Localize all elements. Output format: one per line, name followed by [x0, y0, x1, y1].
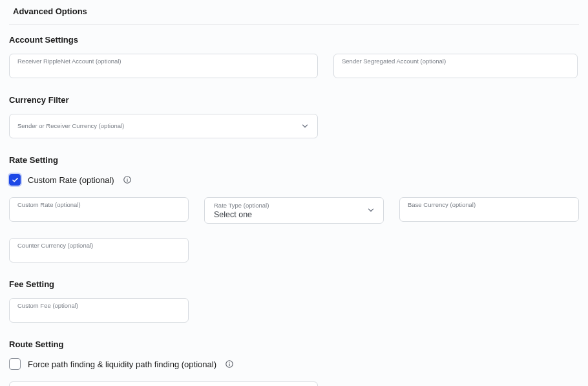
chevron-down-icon	[300, 122, 310, 131]
currency-filter-title: Currency Filter	[9, 95, 579, 105]
fee-setting-title: Fee Setting	[9, 279, 579, 289]
receiver-ripplenet-account-label: Receiver RippleNet Account (optional)	[17, 58, 310, 65]
quote-route-field[interactable]: Quote Route (optional)	[9, 381, 318, 386]
force-path-checkbox[interactable]	[9, 358, 21, 370]
base-currency-field[interactable]: Base Currency (optional)	[399, 197, 579, 222]
receiver-ripplenet-account-field[interactable]: Receiver RippleNet Account (optional)	[9, 54, 318, 78]
info-icon[interactable]	[225, 359, 234, 369]
custom-rate-checkbox-label: Custom Rate (optional)	[28, 175, 114, 185]
currency-filter-select[interactable]: Sender or Receiver Currency (optional)	[9, 114, 318, 138]
rate-setting-section: Rate Setting Custom Rate (optional) Cust…	[9, 155, 579, 263]
sender-segregated-account-field[interactable]: Sender Segregated Account (optional)	[333, 54, 578, 78]
rate-type-placeholder: Select one	[214, 210, 269, 219]
custom-fee-input[interactable]	[17, 310, 180, 319]
custom-rate-field[interactable]: Custom Rate (optional)	[9, 197, 189, 222]
page-title: Advanced Options	[9, 0, 579, 24]
route-setting-section: Route Setting Force path finding & liqui…	[9, 339, 579, 386]
custom-fee-label: Custom Fee (optional)	[17, 302, 180, 309]
divider	[9, 24, 579, 25]
custom-fee-field[interactable]: Custom Fee (optional)	[9, 298, 189, 323]
counter-currency-label: Counter Currency (optional)	[17, 242, 180, 249]
fee-setting-section: Fee Setting Custom Fee (optional)	[9, 279, 579, 323]
custom-rate-checkbox[interactable]	[9, 174, 21, 186]
counter-currency-input[interactable]	[17, 250, 180, 259]
svg-point-5	[229, 362, 229, 363]
svg-point-2	[127, 178, 127, 178]
currency-filter-section: Currency Filter Sender or Receiver Curre…	[9, 95, 579, 138]
counter-currency-field[interactable]: Counter Currency (optional)	[9, 238, 189, 263]
base-currency-input[interactable]	[408, 209, 571, 218]
force-path-checkbox-label: Force path finding & liquidity path find…	[28, 359, 216, 369]
rate-setting-title: Rate Setting	[9, 155, 579, 165]
chevron-down-icon	[366, 206, 375, 215]
custom-rate-label: Custom Rate (optional)	[17, 201, 180, 208]
rate-type-select[interactable]: Rate Type (optional) Select one	[204, 197, 384, 224]
account-settings-section: Account Settings Receiver RippleNet Acco…	[9, 35, 579, 78]
base-currency-label: Base Currency (optional)	[408, 201, 571, 208]
route-setting-title: Route Setting	[9, 339, 579, 349]
sender-segregated-account-label: Sender Segregated Account (optional)	[342, 58, 569, 65]
sender-segregated-account-input[interactable]	[342, 65, 569, 74]
account-settings-title: Account Settings	[9, 35, 579, 45]
currency-filter-label: Sender or Receiver Currency (optional)	[17, 122, 124, 129]
custom-rate-input[interactable]	[17, 209, 180, 218]
receiver-ripplenet-account-input[interactable]	[17, 65, 310, 74]
info-icon[interactable]	[123, 175, 132, 184]
rate-type-label: Rate Type (optional)	[214, 202, 269, 209]
